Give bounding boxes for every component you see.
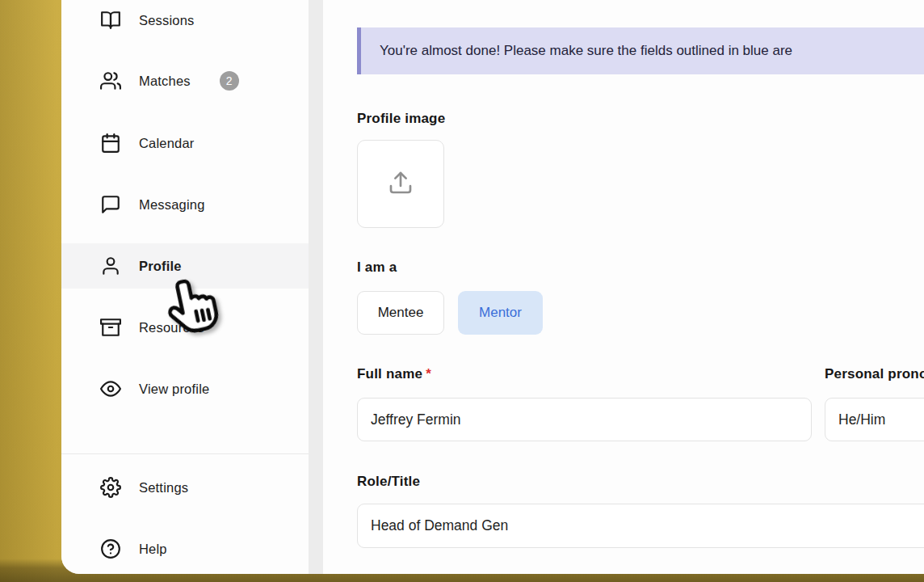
sidebar-item-matches[interactable]: Matches 2 — [61, 58, 309, 103]
i-am-a-label: I am a — [357, 259, 397, 276]
full-name-label-text: Full name — [357, 366, 422, 382]
sidebar-item-help[interactable]: Help — [61, 526, 309, 571]
sidebar-item-calendar[interactable]: Calendar — [61, 120, 309, 166]
role-title-label: Role/Title — [357, 474, 420, 490]
required-asterisk: * — [426, 366, 431, 382]
full-name-input[interactable] — [357, 398, 812, 441]
role-title-input[interactable] — [357, 504, 924, 548]
profile-image-upload[interactable] — [357, 140, 444, 228]
sidebar-item-label: Settings — [139, 480, 188, 496]
sidebar-item-label: Help — [139, 542, 167, 557]
main-content: You're almost done! Please make sure the… — [323, 0, 924, 574]
calendar-icon — [100, 133, 121, 154]
mentor-button[interactable]: Mentor — [458, 291, 543, 335]
profile-image-label: Profile image — [357, 111, 445, 127]
archive-icon — [100, 317, 121, 338]
pronouns-label: Personal pronouns — [825, 366, 924, 382]
users-icon — [100, 70, 121, 91]
sidebar-divider — [61, 453, 309, 454]
mentee-button[interactable]: Mentee — [357, 291, 444, 335]
user-icon — [100, 255, 121, 276]
gear-icon — [100, 477, 121, 498]
sidebar-item-label: Resources — [139, 320, 204, 335]
sidebar-item-label: Sessions — [139, 13, 195, 28]
info-banner: You're almost done! Please make sure the… — [357, 27, 924, 74]
eye-icon — [100, 378, 121, 399]
full-name-label: Full name* — [357, 366, 431, 382]
sidebar-item-sessions[interactable]: Sessions — [61, 0, 309, 43]
sidebar-item-view-profile[interactable]: View profile — [61, 366, 309, 411]
message-square-icon — [100, 194, 121, 215]
sidebar-item-label: View profile — [139, 382, 209, 397]
sidebar-item-label: Calendar — [139, 136, 195, 151]
sidebar-item-messaging[interactable]: Messaging — [61, 182, 309, 227]
sidebar-item-resources[interactable]: Resources — [61, 305, 309, 350]
app-window: Sessions Matches 2 Calendar Messaging — [61, 0, 924, 574]
help-circle-icon — [100, 538, 121, 559]
sidebar: Sessions Matches 2 Calendar Messaging — [61, 0, 309, 574]
matches-count-badge: 2 — [220, 71, 239, 91]
pronouns-input[interactable] — [825, 398, 924, 441]
upload-icon — [388, 170, 414, 198]
book-open-icon — [100, 10, 121, 31]
sidebar-item-label: Profile — [139, 259, 182, 274]
sidebar-item-label: Messaging — [139, 197, 205, 213]
sidebar-item-label: Matches — [139, 74, 191, 89]
sidebar-item-profile[interactable]: Profile — [61, 243, 309, 289]
info-banner-text: You're almost done! Please make sure the… — [380, 43, 792, 59]
sidebar-item-settings[interactable]: Settings — [61, 465, 309, 510]
